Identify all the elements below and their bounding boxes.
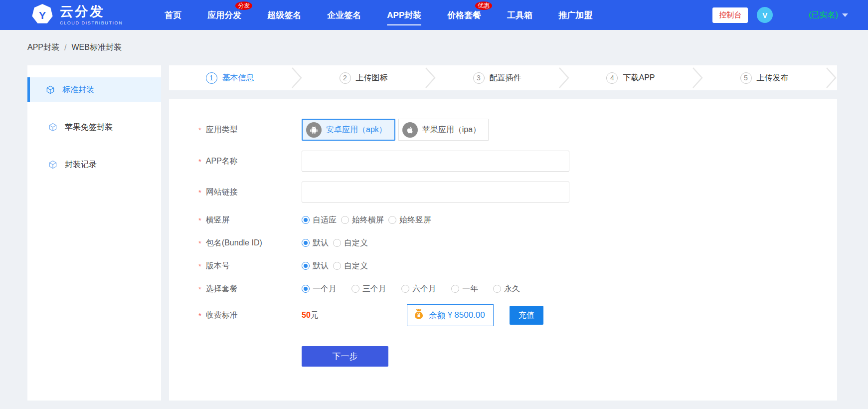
ios-app-type-button[interactable]: 苹果应用（ipa） xyxy=(398,119,489,141)
radio-icon xyxy=(351,285,359,293)
radio-option-custom[interactable]: 自定义 xyxy=(333,238,368,248)
balance-currency: ¥ xyxy=(448,310,452,320)
nav-item-toolbox[interactable]: 工具箱 xyxy=(494,0,545,30)
cube-icon xyxy=(48,160,58,170)
site-url-input[interactable] xyxy=(302,182,569,203)
money-bag-icon: ¥ xyxy=(412,308,425,323)
required-asterisk: * xyxy=(198,239,201,247)
breadcrumb-separator: / xyxy=(64,43,66,52)
required-asterisk: * xyxy=(198,216,201,224)
account-menu[interactable]: (已实名) xyxy=(809,10,848,20)
nav-item-app-distribution[interactable]: 应用分发 分发 xyxy=(194,0,254,30)
chevron-down-icon xyxy=(842,13,848,17)
breadcrumb: APP封装 / WEB标准封装 xyxy=(0,30,868,65)
radio-icon xyxy=(388,216,396,224)
main-nav: 首页 应用分发 分发 超级签名 企业签名 APP封装 价格套餐 优惠 工具箱 推… xyxy=(152,0,605,30)
step-separator-icon xyxy=(692,66,703,89)
svg-text:Y: Y xyxy=(39,9,46,21)
nav-item-enterprise-signature[interactable]: 企业签名 xyxy=(314,0,374,30)
svg-text:¥: ¥ xyxy=(417,313,420,318)
radio-option-custom[interactable]: 自定义 xyxy=(333,261,368,271)
radio-option-adaptive[interactable]: 自适应 xyxy=(302,215,337,225)
required-asterisk: * xyxy=(198,285,201,293)
radio-option-forever[interactable]: 永久 xyxy=(493,284,520,294)
cube-icon xyxy=(45,85,55,95)
required-asterisk: * xyxy=(198,311,201,320)
balance-box[interactable]: ¥ 余额 ¥ 8500.00 xyxy=(407,304,494,326)
radio-icon xyxy=(493,285,501,293)
sidebar-item-packaging-records[interactable]: 封装记录 xyxy=(27,152,161,177)
step-separator-icon xyxy=(558,66,570,89)
app-type-row: * 应用类型 安卓应用（apk） 苹果应用（ipa） xyxy=(198,119,837,141)
radio-option-always-portrait[interactable]: 始终竖屏 xyxy=(388,215,431,225)
orientation-row: * 横竖屏 自适应 始终横屏 始终竖屏 xyxy=(198,212,837,227)
breadcrumb-parent[interactable]: APP封装 xyxy=(27,42,59,53)
brand-logo[interactable]: Y 云分发 CLOUD DISTRIBUTION xyxy=(31,3,123,26)
sidebar-item-apple-signfree-packaging[interactable]: 苹果免签封装 xyxy=(27,115,161,140)
radio-option-six-months[interactable]: 六个月 xyxy=(401,284,436,294)
radio-option-default[interactable]: 默认 xyxy=(302,238,329,248)
required-asterisk: * xyxy=(198,188,201,197)
step-4-download-app[interactable]: 4 下载APP xyxy=(570,72,692,84)
bundle-id-label: 包名(Bundle ID) xyxy=(206,238,262,248)
basic-info-form: * 应用类型 安卓应用（apk） 苹果应用（ipa） xyxy=(169,99,837,401)
radio-option-always-landscape[interactable]: 始终横屏 xyxy=(341,215,384,225)
nav-item-app-packaging[interactable]: APP封装 xyxy=(374,0,434,30)
step-5-upload-publish[interactable]: 5 上传发布 xyxy=(703,72,825,84)
radio-option-one-month[interactable]: 一个月 xyxy=(302,284,337,294)
step-2-upload-icon[interactable]: 2 上传图标 xyxy=(303,72,424,84)
plan-row: * 选择套餐 一个月 三个月 六个月 xyxy=(198,281,837,296)
sidebar-item-standard-packaging[interactable]: 标准封装 xyxy=(27,77,161,102)
radio-icon xyxy=(401,285,409,293)
app-type-label: 应用类型 xyxy=(206,125,238,135)
nav-item-home[interactable]: 首页 xyxy=(152,0,194,30)
required-asterisk: * xyxy=(198,262,201,270)
android-app-type-button[interactable]: 安卓应用（apk） xyxy=(302,119,395,141)
radio-option-default[interactable]: 默认 xyxy=(302,261,329,271)
radio-icon xyxy=(302,262,310,270)
site-url-row: * 网站链接 xyxy=(198,182,837,203)
cube-icon xyxy=(48,122,58,132)
nav-item-pricing[interactable]: 价格套餐 优惠 xyxy=(434,0,494,30)
step-3-configure-plugins[interactable]: 3 配置插件 xyxy=(436,72,558,84)
radio-icon xyxy=(302,285,310,293)
distribution-badge: 分发 xyxy=(235,1,252,10)
plan-radio-group: 一个月 三个月 六个月 一年 xyxy=(302,284,520,294)
radio-option-three-months[interactable]: 三个月 xyxy=(351,284,386,294)
app-name-row: * APP名称 xyxy=(198,151,837,172)
step-separator-icon xyxy=(291,66,303,89)
sidebar: 标准封装 苹果免签封装 封装记录 xyxy=(27,65,161,401)
step-wizard: 1 基本信息 2 上传图标 3 配置插件 4 下载APP 5 上传发布 xyxy=(169,65,837,90)
radio-icon xyxy=(333,239,341,247)
radio-icon xyxy=(341,216,349,224)
user-avatar[interactable]: V xyxy=(757,7,773,23)
step-1-basic-info[interactable]: 1 基本信息 xyxy=(169,72,291,84)
plan-label: 选择套餐 xyxy=(206,284,238,294)
app-name-input[interactable] xyxy=(302,151,569,172)
orientation-radio-group: 自适应 始终横屏 始终竖屏 xyxy=(302,215,431,225)
radio-icon xyxy=(333,262,341,270)
console-button[interactable]: 控制台 xyxy=(712,7,748,23)
version-row: * 版本号 默认 自定义 xyxy=(198,258,837,273)
site-url-label: 网站链接 xyxy=(206,187,238,198)
discount-badge: 优惠 xyxy=(475,1,492,10)
radio-icon xyxy=(451,285,459,293)
bundle-id-radio-group: 默认 自定义 xyxy=(302,238,368,248)
radio-option-one-year[interactable]: 一年 xyxy=(451,284,478,294)
radio-icon xyxy=(302,239,310,247)
top-navbar: Y 云分发 CLOUD DISTRIBUTION 首页 应用分发 分发 超级签名… xyxy=(0,0,868,30)
breadcrumb-current: WEB标准封装 xyxy=(71,42,121,53)
version-radio-group: 默认 自定义 xyxy=(302,261,368,271)
step-separator-icon xyxy=(825,66,837,89)
balance-amount: 8500.00 xyxy=(454,310,485,320)
recharge-button[interactable]: 充值 xyxy=(510,306,543,325)
fee-unit: 元 xyxy=(311,310,319,321)
apple-icon xyxy=(402,122,418,138)
fee-row: * 收费标准 50 元 ¥ 余额 ¥ 8500.00 xyxy=(198,304,837,326)
required-asterisk: * xyxy=(198,157,201,166)
next-step-button[interactable]: 下一步 xyxy=(302,346,388,367)
nav-item-super-signature[interactable]: 超级签名 xyxy=(254,0,314,30)
version-label: 版本号 xyxy=(206,261,230,271)
nav-item-affiliate[interactable]: 推广加盟 xyxy=(545,0,605,30)
fee-label: 收费标准 xyxy=(206,310,238,321)
